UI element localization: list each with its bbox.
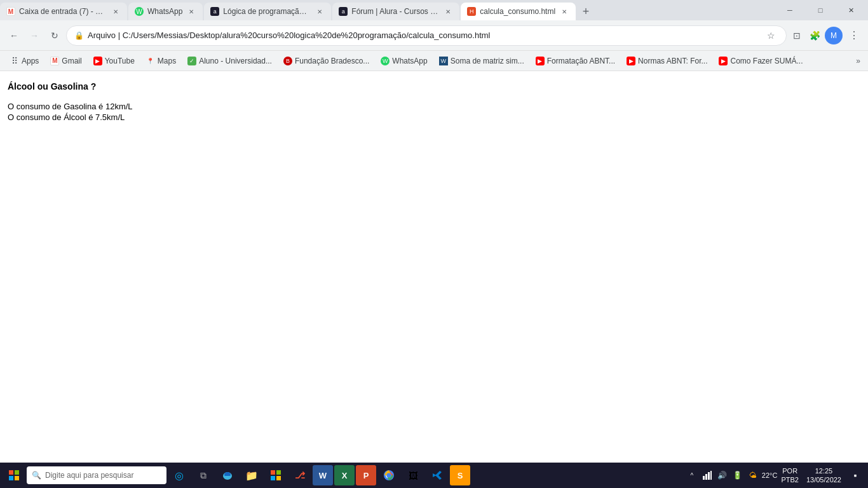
maximize-button[interactable]: □ <box>806 0 835 20</box>
tab-alura1-close-icon[interactable]: ✕ <box>315 6 325 17</box>
como-bookmark-icon: ▶ <box>719 57 728 65</box>
bookmark-como-label: Como Fazer SUMÁ... <box>730 57 803 65</box>
svg-rect-8 <box>271 476 275 480</box>
start-button[interactable] <box>3 464 25 487</box>
new-tab-button[interactable]: + <box>577 3 595 20</box>
tab-alura1[interactable]: a Lógica de programação I: os... ✕ <box>204 3 331 20</box>
taskbar-vscode[interactable] <box>426 464 449 487</box>
tab-gmail[interactable]: M Caixa de entrada (7) - messia... ✕ <box>0 3 127 20</box>
taskbar-search-bar[interactable]: 🔍 Digite aqui para pesquisar <box>27 466 166 484</box>
taskbar-cortana[interactable]: ◎ <box>168 464 191 487</box>
maps-bookmark-icon: 📍 <box>146 57 155 65</box>
forward-button[interactable]: → <box>25 27 43 44</box>
gmail-favicon-icon: M <box>6 7 15 16</box>
taskbar-photos[interactable]: 🖼 <box>402 464 424 487</box>
close-button[interactable]: ✕ <box>836 0 865 20</box>
svg-rect-0 <box>9 470 13 475</box>
address-text: Arquivo | C:/Users/Messias/Desktop/alura… <box>88 30 759 40</box>
taskbar-taskview[interactable]: ⧉ <box>192 464 215 487</box>
language-indicator[interactable]: POR PTB2 <box>780 466 800 485</box>
svg-rect-6 <box>271 470 275 475</box>
tab-html-active[interactable]: H calcula_consumo.html ✕ <box>461 3 576 20</box>
whatsapp-bookmark-icon: W <box>381 57 390 65</box>
tray-volume-icon[interactable]: 🔊 <box>716 469 729 482</box>
youtube-bookmark-icon: ▶ <box>93 57 102 65</box>
bookmark-maps[interactable]: 📍 Maps <box>141 53 181 69</box>
extensions-icon[interactable]: 🧩 <box>807 28 822 43</box>
tab-gmail-close-icon[interactable]: ✕ <box>111 6 121 17</box>
bookmark-abnt1[interactable]: ▶ Formatação ABNT... <box>531 53 620 69</box>
tray-chevron-icon[interactable]: ^ <box>686 469 698 482</box>
tab-whatsapp-title: WhatsApp <box>147 7 182 16</box>
layout-text: PTB2 <box>781 475 799 484</box>
bookmark-normas-label: Normas ABNT: For... <box>638 57 707 65</box>
tab-alura2[interactable]: a Fórum | Alura - Cursos onlin... ✕ <box>332 3 459 20</box>
bookmarks-more-button[interactable]: » <box>853 55 863 67</box>
whatsapp-favicon-icon: W <box>135 7 144 16</box>
tab-alura2-close-icon[interactable]: ✕ <box>443 6 453 17</box>
back-button[interactable]: ← <box>5 27 23 44</box>
page-line-alcool: O consumo de Álcool é 7.5km/L <box>8 112 860 122</box>
chrome-menu-button[interactable]: ⋮ <box>845 27 863 44</box>
bookmark-como[interactable]: ▶ Como Fazer SUMÁ... <box>714 53 808 69</box>
bookmark-icon[interactable]: ☆ <box>763 28 778 43</box>
html-favicon-icon: H <box>467 7 476 16</box>
cast-icon[interactable]: ⊡ <box>789 28 804 43</box>
bookmark-aluno[interactable]: ✓ Aluno - Universidad... <box>182 53 277 69</box>
tabs-container: M Caixa de entrada (7) - messia... ✕ W W… <box>0 0 775 20</box>
window-controls: ─ □ ✕ <box>775 0 868 20</box>
taskbar: 🔍 Digite aqui para pesquisar ◎ ⧉ 📁 ⎇ W X… <box>0 463 868 488</box>
taskbar-chrome[interactable] <box>377 464 400 487</box>
svg-rect-7 <box>276 470 281 475</box>
taskbar-word[interactable]: W <box>313 465 333 485</box>
svg-rect-1 <box>15 470 19 475</box>
lock-icon: 🔒 <box>74 31 84 40</box>
alura2-favicon-icon: a <box>339 7 348 16</box>
bookmark-bradesco-label: Fundação Bradesco... <box>295 57 369 65</box>
address-bar[interactable]: 🔒 Arquivo | C:/Users/Messias/Desktop/alu… <box>66 25 787 46</box>
tab-whatsapp-close-icon[interactable]: ✕ <box>186 6 196 17</box>
taskbar-store[interactable] <box>264 464 287 487</box>
notification-button[interactable]: ▪ <box>848 468 863 483</box>
taskbar-search-icon: 🔍 <box>32 471 41 480</box>
bookmark-whatsapp-label: WhatsApp <box>392 57 427 65</box>
bookmark-soma-label: Soma de matriz sim... <box>451 57 524 65</box>
bookmark-bradesco[interactable]: B Fundação Bradesco... <box>278 53 374 69</box>
reload-button[interactable]: ↻ <box>46 27 64 44</box>
omnibar: ← → ↻ 🔒 Arquivo | C:/Users/Messias/Deskt… <box>0 20 868 51</box>
lang-text: POR <box>781 466 799 475</box>
bookmark-aluno-label: Aluno - Universidad... <box>199 57 272 65</box>
profile-avatar[interactable]: M <box>825 27 843 44</box>
tab-whatsapp[interactable]: W WhatsApp ✕ <box>128 3 203 20</box>
bookmark-apps-label: Apps <box>22 57 39 65</box>
normas-bookmark-icon: ▶ <box>627 57 635 65</box>
bookmark-gmail-label: Gmail <box>62 57 81 65</box>
taskbar-powerpoint[interactable]: P <box>356 465 376 485</box>
minimize-button[interactable]: ─ <box>775 0 804 20</box>
bookmark-apps[interactable]: ⠿ Apps <box>5 53 44 69</box>
tab-html-close-icon[interactable]: ✕ <box>559 6 569 17</box>
bookmark-soma[interactable]: W Soma de matriz sim... <box>434 53 529 69</box>
clock[interactable]: 12:25 13/05/2022 <box>803 466 845 485</box>
tray-network-icon[interactable] <box>701 469 714 482</box>
aluno-bookmark-icon: ✓ <box>187 57 196 65</box>
clock-date: 13/05/2022 <box>806 475 841 484</box>
page-heading: Álcool ou Gasolina ? <box>8 81 860 92</box>
svg-rect-15 <box>708 472 710 480</box>
taskbar-excel[interactable]: X <box>334 465 355 485</box>
bookmark-gmail[interactable]: M Gmail <box>45 53 86 69</box>
taskbar-git[interactable]: ⎇ <box>288 464 311 487</box>
bookmark-abnt1-label: Formatação ABNT... <box>547 57 615 65</box>
tray-weather-icon[interactable]: 🌤 <box>747 469 759 482</box>
taskbar-edge[interactable] <box>216 464 239 487</box>
tray-battery-icon[interactable]: 🔋 <box>731 469 744 482</box>
page-line-gasolina: O consumo de Gasolina é 12km/L <box>8 102 860 111</box>
taskbar-fileexplorer[interactable]: 📁 <box>240 464 263 487</box>
taskbar-sublime[interactable]: S <box>450 465 470 485</box>
bookmark-normas[interactable]: ▶ Normas ABNT: For... <box>621 53 712 69</box>
alura1-favicon-icon: a <box>210 7 219 16</box>
svg-rect-14 <box>705 474 707 480</box>
bookmark-youtube[interactable]: ▶ YouTube <box>88 53 140 69</box>
bookmarks-bar: ⠿ Apps M Gmail ▶ YouTube 📍 Maps ✓ Aluno … <box>0 51 868 71</box>
bookmark-whatsapp[interactable]: W WhatsApp <box>376 53 432 69</box>
